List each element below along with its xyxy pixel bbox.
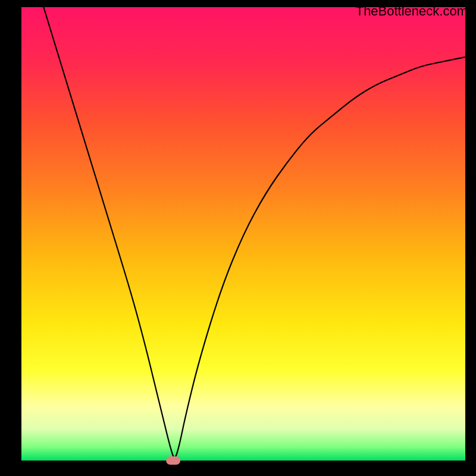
optimal-marker [166, 456, 180, 465]
bottleneck-chart [0, 0, 476, 476]
watermark-text: TheBottleneck.com [356, 4, 468, 19]
chart-container: TheBottleneck.com [0, 0, 476, 476]
